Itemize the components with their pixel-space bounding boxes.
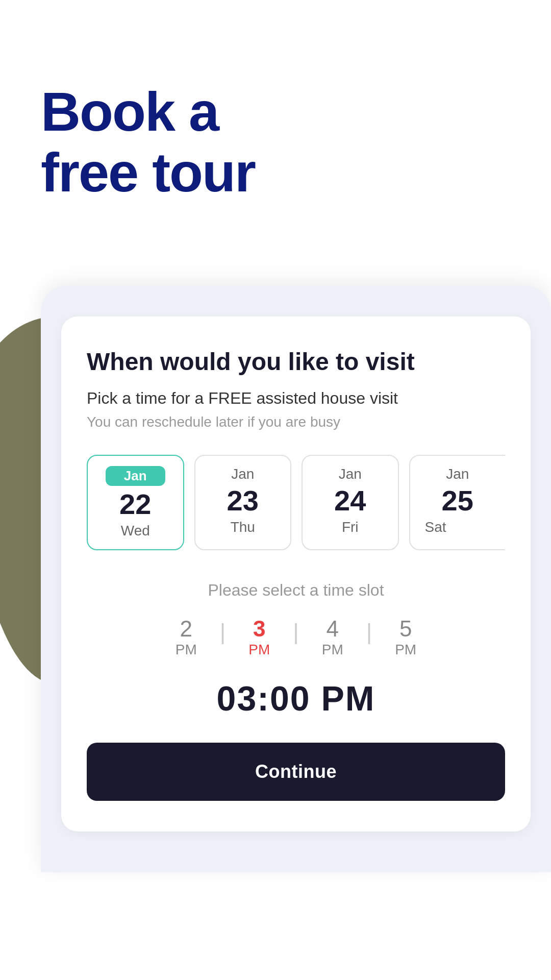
time-num-2pm: 2 [180,616,192,642]
date-month-jan24: Jan [308,466,393,482]
date-day-jan24: 24 [308,486,393,515]
booking-card: When would you like to visit Pick a time… [61,316,531,831]
date-weekday-jan24: Fri [308,519,393,535]
date-picker: Jan 22 Wed Jan 23 Thu Jan 24 Fri Jan [87,455,505,550]
time-period-2pm: PM [176,642,197,658]
time-item-4pm[interactable]: 4 PM [307,616,358,658]
time-item-5pm[interactable]: 5 PM [380,616,431,658]
date-day-jan22: 22 [93,490,178,519]
date-month-jan25: Jan [415,466,500,482]
booking-card-title: When would you like to visit [87,347,505,377]
booking-note: You can reschedule later if you are busy [87,414,505,430]
time-period-3pm: PM [248,642,270,658]
date-day-jan23: 23 [201,486,286,515]
card-inner-bg: When would you like to visit Pick a time… [41,286,551,872]
date-item-jan25[interactable]: Jan 25 Sat [409,455,506,550]
date-day-jan25: 25 [415,486,500,515]
time-num-4pm: 4 [326,616,338,642]
time-item-3pm[interactable]: 3 PM [234,616,285,658]
time-num-3pm: 3 [253,616,265,642]
date-weekday-jan22: Wed [93,523,178,539]
time-sep-3: | [358,619,380,645]
date-item-jan22[interactable]: Jan 22 Wed [87,455,184,550]
time-num-5pm: 5 [399,616,412,642]
continue-button[interactable]: Continue [87,743,505,801]
time-sep-2: | [285,619,307,645]
page-title: Book a free tour [41,82,510,203]
date-weekday-jan25: Sat [415,519,456,535]
time-item-2pm[interactable]: 2 PM [161,616,212,658]
date-month-jan22: Jan [106,466,165,486]
date-item-jan24[interactable]: Jan 24 Fri [302,455,399,550]
date-weekday-jan23: Thu [201,519,286,535]
date-month-jan23: Jan [201,466,286,482]
booking-subtitle: Pick a time for a FREE assisted house vi… [87,389,505,408]
selected-time-display: 03:00 PM [87,678,505,718]
time-period-4pm: PM [322,642,343,658]
date-item-jan23[interactable]: Jan 23 Thu [194,455,292,550]
header-section: Book a free tour [0,0,551,234]
time-section-label: Please select a time slot [87,581,505,600]
card-container: When would you like to visit Pick a time… [41,286,551,872]
time-sep-1: | [212,619,234,645]
time-period-5pm: PM [395,642,416,658]
time-slider: 2 PM | 3 PM | 4 PM | 5 PM [87,616,505,658]
